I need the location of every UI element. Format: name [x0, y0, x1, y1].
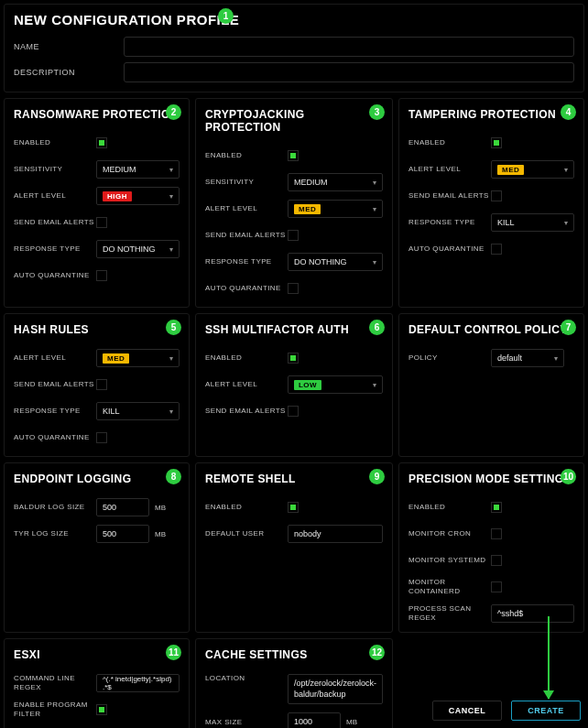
ransomware-email-check[interactable]	[96, 217, 107, 228]
ssh-email-check[interactable]	[288, 406, 299, 417]
tamper-autoq-check[interactable]	[491, 244, 502, 255]
policy-label: POLICY	[408, 353, 491, 363]
footer-buttons: CANCEL CREATE	[432, 701, 581, 721]
precision-regex-input[interactable]: ^sshd$	[491, 604, 574, 623]
hash-autoq-label: AUTO QUARANTINE	[14, 433, 96, 442]
tamper-enabled-check[interactable]	[491, 137, 502, 148]
esxi-regex-input[interactable]: ^(.* inetd|getty|.*slpd) .*$	[96, 674, 180, 692]
baldur-input[interactable]: 500	[96, 498, 149, 516]
ransomware-sensitivity-select[interactable]: MEDIUM▾	[96, 160, 180, 179]
esxi-title: ESXI	[14, 648, 180, 661]
precision-containerd-label: MONITOR CONTAINERD	[408, 578, 491, 595]
step-badge-11: 11	[166, 645, 181, 660]
ransomware-response-label: RESPONSE TYPE	[14, 244, 96, 254]
step-badge-10: 10	[561, 469, 576, 484]
precision-regex-label: PROCESS SCAN REGEX	[408, 604, 491, 622]
chevron-down-icon: ▾	[169, 192, 173, 201]
crypto-email-check[interactable]	[288, 230, 299, 241]
step-badge-1: 1	[218, 8, 234, 24]
ssh-alert-select[interactable]: LOW▾	[288, 375, 383, 394]
esxi-filter-check[interactable]	[96, 704, 107, 715]
step-badge-4: 4	[561, 104, 576, 120]
ransomware-response-select[interactable]: DO NOTHING▾	[96, 240, 180, 258]
annotation-arrow	[548, 616, 550, 699]
policy-select[interactable]: default▾	[491, 349, 564, 367]
precision-cron-check[interactable]	[491, 528, 502, 539]
precision-systemd-check[interactable]	[491, 555, 502, 566]
ssh-enabled-check[interactable]	[288, 353, 299, 364]
tamper-title: TAMPERING PROTECTION	[408, 108, 574, 121]
hash-response-label: RESPONSE TYPE	[14, 407, 96, 416]
alert-badge-med: MED	[294, 204, 321, 214]
hash-alert-select[interactable]: MED▾	[96, 349, 180, 367]
crypto-sensitivity-value: MEDIUM	[294, 178, 328, 187]
chevron-down-icon: ▾	[564, 166, 568, 174]
page-title: NEW CONFIGURATION PROFILE	[14, 12, 574, 27]
chevron-down-icon: ▾	[169, 354, 173, 363]
precision-cron-label: MONITOR CRON	[408, 529, 491, 538]
shell-card: 9 REMOTE SHELL ENABLED DEFAULT USERnobod…	[195, 462, 393, 633]
hash-title: HASH RULES	[14, 323, 180, 336]
ransomware-autoq-label: AUTO QUARANTINE	[14, 271, 96, 280]
name-input[interactable]	[124, 37, 574, 57]
shell-user-label: DEFAULT USER	[205, 529, 288, 538]
ssh-card: 6 SSH MULTIFACTOR AUTH ENABLED ALERT LEV…	[195, 313, 393, 457]
cache-title: CACHE SETTINGS	[205, 648, 383, 661]
shell-enabled-check[interactable]	[288, 502, 299, 513]
crypto-enabled-label: ENABLED	[205, 151, 288, 160]
chevron-down-icon: ▾	[373, 258, 376, 266]
tamper-alert-select[interactable]: MED▾	[491, 160, 574, 179]
hash-alert-label: ALERT LEVEL	[14, 353, 96, 363]
description-input[interactable]	[124, 62, 574, 82]
create-button[interactable]: CREATE	[511, 701, 581, 721]
crypto-title: CRYPTOJACKING PROTECTION	[205, 108, 383, 134]
cache-maxsize-input[interactable]: 1000	[288, 712, 341, 728]
crypto-alert-select[interactable]: MED▾	[288, 200, 383, 218]
chevron-down-icon: ▾	[564, 219, 568, 227]
step-badge-8: 8	[166, 469, 181, 484]
step-badge-5: 5	[166, 320, 181, 335]
step-badge-2: 2	[166, 104, 181, 120]
precision-enabled-check[interactable]	[491, 502, 502, 513]
shell-user-input[interactable]: nobody	[288, 525, 383, 543]
tamper-card: 4 TAMPERING PROTECTION ENABLED ALERT LEV…	[398, 98, 584, 308]
cancel-button[interactable]: CANCEL	[432, 701, 502, 721]
chevron-down-icon: ▾	[169, 166, 173, 174]
chevron-down-icon: ▾	[373, 381, 376, 389]
step-badge-12: 12	[369, 645, 385, 660]
shell-enabled-label: ENABLED	[205, 503, 288, 512]
logging-card: 8 ENDPOINT LOGGING BALDUR LOG SIZE500MB …	[4, 462, 190, 633]
cache-location-input[interactable]: /opt/zerolock/zerolock-baldur/backup	[288, 674, 383, 704]
tamper-response-label: RESPONSE TYPE	[408, 218, 491, 227]
crypto-autoq-check[interactable]	[288, 283, 299, 294]
alert-badge-med: MED	[497, 165, 524, 175]
ransomware-enabled-label: ENABLED	[14, 138, 96, 147]
hash-autoq-check[interactable]	[96, 432, 107, 443]
unit-mb: MB	[346, 718, 357, 726]
tyr-input[interactable]: 500	[96, 525, 149, 543]
step-badge-3: 3	[369, 104, 385, 120]
logging-title: ENDPOINT LOGGING	[14, 473, 180, 485]
ransomware-card: 2 RANSOMWARE PROTECTION ENABLED SENSITIV…	[4, 98, 190, 308]
tamper-email-check[interactable]	[491, 190, 502, 201]
crypto-response-select[interactable]: DO NOTHING▾	[288, 253, 383, 271]
unit-mb: MB	[155, 504, 166, 512]
ransomware-autoq-check[interactable]	[96, 270, 107, 281]
hash-email-check[interactable]	[96, 379, 107, 390]
ransomware-enabled-check[interactable]	[96, 137, 107, 148]
ransomware-alert-select[interactable]: HIGH▾	[96, 187, 180, 205]
crypto-enabled-check[interactable]	[288, 150, 299, 161]
baldur-label: BALDUR LOG SIZE	[14, 503, 96, 512]
crypto-sensitivity-select[interactable]: MEDIUM▾	[288, 173, 383, 191]
precision-containerd-check[interactable]	[491, 581, 502, 592]
name-label: NAME	[14, 42, 124, 51]
hash-response-select[interactable]: KILL▾	[96, 402, 180, 420]
description-label: DESCRIPTION	[14, 68, 124, 77]
chevron-down-icon: ▾	[169, 245, 173, 254]
ssh-enabled-label: ENABLED	[205, 353, 288, 363]
crypto-alert-label: ALERT LEVEL	[205, 204, 288, 213]
tamper-response-select[interactable]: KILL▾	[491, 213, 574, 232]
alert-badge-med: MED	[103, 353, 129, 364]
unit-mb: MB	[155, 530, 166, 538]
ssh-alert-label: ALERT LEVEL	[205, 380, 288, 389]
